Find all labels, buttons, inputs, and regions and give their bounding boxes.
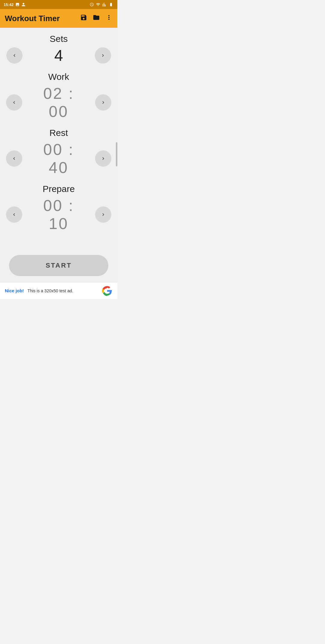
- main-content: Sets 4 Work 02 : 00 Rest: [0, 28, 117, 243]
- wifi-icon: [96, 2, 101, 7]
- rest-increment-button[interactable]: [95, 150, 111, 167]
- status-bar-left: 15:42: [4, 2, 26, 7]
- battery-icon: [108, 2, 114, 7]
- prepare-section: Prepare 00 : 10: [6, 184, 111, 239]
- rest-label: Rest: [6, 128, 111, 138]
- app-bar: Workout Timer: [0, 9, 117, 28]
- folder-button[interactable]: [93, 14, 100, 23]
- save-button[interactable]: [80, 14, 87, 23]
- ad-banner: Nice job! This is a 320x50 test ad.: [0, 282, 117, 299]
- sets-row: 4: [6, 46, 111, 64]
- sets-value: 4: [32, 46, 86, 64]
- rest-row: 00 : 40: [6, 140, 111, 177]
- photo-icon: [15, 2, 20, 7]
- work-increment-button[interactable]: [95, 94, 111, 111]
- more-button[interactable]: [105, 14, 113, 23]
- alarm-icon: [90, 2, 94, 7]
- ad-logo: [102, 285, 113, 296]
- ad-highlight: Nice job!: [5, 288, 24, 293]
- work-decrement-button[interactable]: [6, 94, 22, 111]
- work-value: 02 : 00: [31, 84, 86, 121]
- work-section: Work 02 : 00: [6, 72, 111, 127]
- app-title: Workout Timer: [5, 14, 60, 23]
- time-display: 15:42: [4, 2, 14, 7]
- status-bar: 15:42: [0, 0, 117, 9]
- prepare-label: Prepare: [6, 184, 111, 194]
- ad-text: This is a 320x50 test ad.: [27, 288, 98, 293]
- rest-value: 00 : 40: [31, 140, 86, 177]
- prepare-increment-button[interactable]: [95, 206, 111, 223]
- scrollbar: [116, 142, 117, 166]
- signal-icon: [102, 2, 107, 7]
- work-row: 02 : 00: [6, 84, 111, 121]
- sets-label: Sets: [6, 34, 111, 44]
- app-bar-actions: [80, 14, 113, 23]
- work-label: Work: [6, 72, 111, 82]
- rest-section: Rest 00 : 40: [6, 128, 111, 183]
- prepare-value: 00 : 10: [31, 196, 86, 233]
- sets-section: Sets 4: [6, 34, 111, 71]
- bottom-area: START: [0, 243, 117, 282]
- sets-decrement-button[interactable]: [6, 47, 23, 64]
- prepare-decrement-button[interactable]: [6, 206, 22, 223]
- person-icon: [21, 2, 26, 7]
- status-bar-right: [90, 2, 114, 7]
- rest-decrement-button[interactable]: [6, 150, 22, 167]
- sets-increment-button[interactable]: [95, 47, 111, 64]
- start-button[interactable]: START: [9, 255, 108, 276]
- prepare-row: 00 : 10: [6, 196, 111, 233]
